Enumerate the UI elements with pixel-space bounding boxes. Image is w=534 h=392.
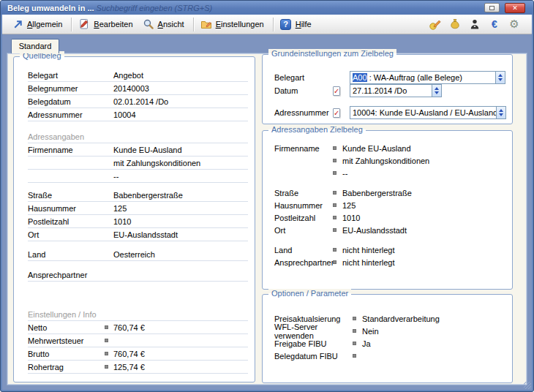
toolbar: Allgemein Bearbeiten Ansicht Einstellung… bbox=[2, 15, 532, 34]
close-button[interactable]: ✕ bbox=[505, 3, 525, 13]
value-marker-icon bbox=[353, 342, 356, 345]
arrow-up-right-icon bbox=[12, 18, 23, 30]
field-row: Postleitzahl 1010 bbox=[274, 211, 505, 224]
field-row: Land nicht hinterlegt bbox=[274, 244, 505, 256]
spinner-button[interactable] bbox=[432, 85, 441, 97]
value-marker-icon bbox=[105, 365, 108, 369]
checkbox-checked-icon[interactable]: ✓ bbox=[333, 108, 340, 118]
toolbar-button-allgemein[interactable]: Allgemein bbox=[8, 17, 68, 32]
field-label: Mehrwertsteuer bbox=[28, 336, 105, 345]
field-label: Land bbox=[274, 246, 333, 255]
value-marker-icon bbox=[105, 339, 108, 342]
field-value: 125,74 € bbox=[113, 363, 145, 372]
field-value: 1010 bbox=[113, 217, 131, 226]
field-label: Ansprechpartner bbox=[274, 258, 333, 267]
field-value: Standardverarbeitung bbox=[362, 314, 440, 323]
field-value: 125 bbox=[113, 204, 127, 213]
field-value: mit Zahlungskonditionen bbox=[342, 157, 429, 165]
value-marker-icon bbox=[333, 216, 336, 219]
field-label: Ort bbox=[274, 226, 333, 235]
field-value: Kunde EU-Ausland bbox=[342, 144, 411, 153]
field-row: -- bbox=[274, 167, 505, 179]
magnifier-icon bbox=[143, 18, 154, 30]
groupbox-title: Optionen / Parameter bbox=[268, 289, 351, 298]
toolbar-label-ansicht: Ansicht bbox=[158, 20, 184, 29]
field-value: mit Zahlungskonditionen bbox=[113, 159, 200, 167]
toolbar-right-icons: € ⚙ bbox=[429, 18, 526, 30]
field-label: Belegdatum FIBU bbox=[274, 352, 353, 361]
toolbar-label-allgemein: Allgemein bbox=[27, 20, 62, 29]
gear-icon[interactable]: ⚙ bbox=[508, 18, 520, 30]
belegart-combobox[interactable]: A00 : WA-Auftrag (alle Belege) bbox=[350, 71, 505, 84]
value-marker-icon bbox=[105, 325, 108, 329]
field-label: Belegart bbox=[274, 73, 333, 82]
toolbar-label-hilfe: Hilfe bbox=[296, 20, 312, 29]
field-value: EU-Auslandsstadt bbox=[113, 230, 178, 239]
toolbar-separator bbox=[71, 18, 72, 31]
belegart-row: Belegart A00 : WA-Auftrag (alle Belege) bbox=[274, 71, 505, 84]
field-label: Ansprechpartner bbox=[28, 271, 113, 279]
value-marker-icon bbox=[105, 352, 108, 355]
field-label: Straße bbox=[28, 191, 113, 200]
toolbar-button-hilfe[interactable]: ? Hilfe bbox=[277, 17, 317, 32]
value-marker-icon bbox=[353, 317, 356, 320]
groupbox-quellbeleg: Quellbeleg Belegart Angebot Belegnummer … bbox=[13, 56, 255, 382]
adressnummer-row: Adressnummer ✓ 10004: Kunde EU-Ausland /… bbox=[274, 106, 505, 119]
field-label: Hausnummer bbox=[274, 201, 333, 210]
field-row: Ort EU-Auslandsstadt bbox=[274, 224, 505, 236]
adressnummer-value: 10004: Kunde EU-Ausland / EU-Auslandssta… bbox=[350, 107, 496, 118]
datum-row: Datum ✓ 27.11.2014 /Do bbox=[274, 84, 505, 97]
maximize-button[interactable] bbox=[484, 3, 500, 12]
checkbox-checked-icon[interactable]: ✓ bbox=[333, 86, 340, 96]
toolbar-button-bearbeiten[interactable]: Bearbeiten bbox=[75, 17, 138, 32]
field-value: Kunde EU-Ausland bbox=[113, 146, 182, 154]
spinner-button[interactable] bbox=[495, 72, 505, 83]
resize-grip[interactable] bbox=[524, 382, 531, 389]
toolbar-label-bearbeiten: Bearbeiten bbox=[94, 20, 132, 29]
spinner-button[interactable] bbox=[496, 107, 505, 118]
belegart-rest: : WA-Auftrag (alle Belege) bbox=[367, 73, 462, 82]
field-value: Oesterreich bbox=[113, 250, 155, 259]
toolbar-button-ansicht[interactable]: Ansicht bbox=[139, 17, 190, 32]
field-row: Ansprechpartner nicht hinterlegt bbox=[274, 256, 505, 268]
money-bag-icon[interactable] bbox=[449, 18, 461, 30]
field-row: Firmenname Kunde EU-Ausland bbox=[274, 142, 505, 154]
field-value: Angebot bbox=[113, 71, 143, 80]
toolbar-button-einstellungen[interactable]: Einstellungen bbox=[197, 17, 270, 32]
toolbar-label-einstellungen: Einstellungen bbox=[216, 20, 264, 29]
field-row: Belegnummer 20140003 bbox=[28, 82, 248, 95]
value-marker-icon bbox=[333, 203, 336, 207]
field-row: Hausnummer 125 bbox=[28, 202, 248, 215]
titlebar: Beleg umwandeln in ... Suchbegriff einge… bbox=[1, 1, 533, 15]
belegart-value: A00 : WA-Auftrag (alle Belege) bbox=[350, 72, 495, 83]
datum-field[interactable]: 27.11.2014 /Do bbox=[350, 84, 442, 97]
field-row: Mehrwertsteuer bbox=[28, 334, 248, 347]
titlebar-search-input[interactable]: Suchbegriff eingeben (STRG+S) bbox=[97, 4, 213, 12]
field-value: EU-Auslandsstadt bbox=[342, 226, 407, 235]
field-value: -- bbox=[342, 169, 347, 178]
pencil-coin-icon[interactable] bbox=[429, 18, 441, 30]
field-row: Straße Babenbergerstraße bbox=[274, 186, 505, 199]
main-panel: Quellbeleg Belegart Angebot Belegnummer … bbox=[7, 53, 527, 385]
tab-standard[interactable]: Standard bbox=[11, 39, 59, 53]
toolbar-separator bbox=[193, 18, 194, 31]
section-header-row: Adressangaben bbox=[28, 130, 248, 143]
euro-icon[interactable]: € bbox=[489, 18, 500, 30]
field-label: WFL-Server verwenden bbox=[274, 323, 353, 340]
work-area: Standard Quellbeleg Belegart Angebot Bel… bbox=[2, 34, 532, 390]
field-label: Adressnummer bbox=[274, 108, 333, 117]
section-header: Adressangaben bbox=[28, 132, 84, 141]
field-value: Babenbergerstraße bbox=[342, 189, 412, 197]
field-label: Netto bbox=[28, 323, 105, 332]
contact-person-icon[interactable] bbox=[469, 18, 481, 30]
field-row: Belegdatum FIBU bbox=[274, 350, 505, 362]
adressnummer-combobox[interactable]: 10004: Kunde EU-Ausland / EU-Auslandssta… bbox=[350, 106, 506, 119]
value-marker-icon bbox=[333, 248, 336, 252]
field-row: Ort EU-Auslandsstadt bbox=[28, 228, 248, 241]
field-label: Datum bbox=[274, 86, 333, 95]
groupbox-optionen-parameter: Optionen / Parameter Preisaktualsierung … bbox=[262, 294, 513, 383]
field-label: Postleitzahl bbox=[274, 214, 333, 222]
app-window: Beleg umwandeln in ... Suchbegriff einge… bbox=[0, 0, 534, 392]
field-label: Rohertrag bbox=[28, 363, 105, 372]
edit-document-icon bbox=[78, 18, 90, 30]
